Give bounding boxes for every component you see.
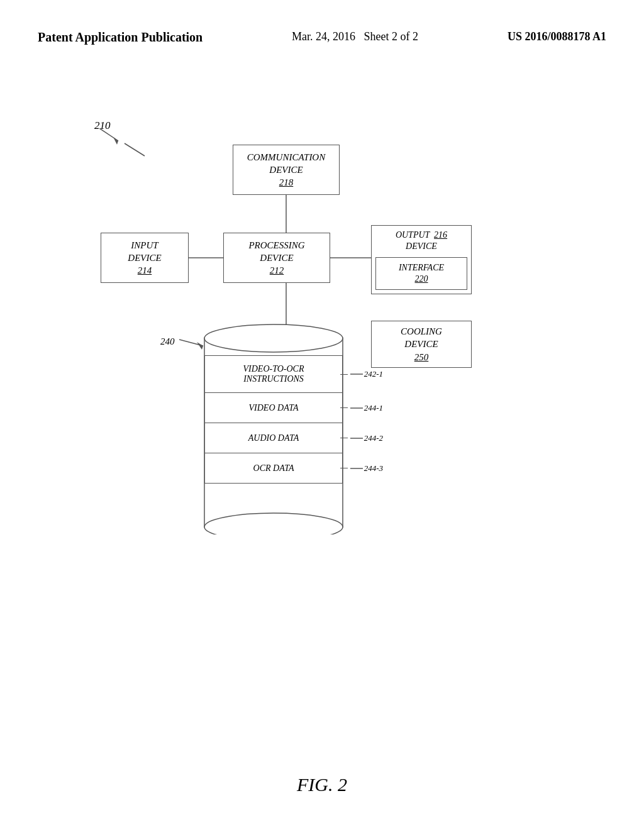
header-left: Patent Application Publication — [38, 30, 203, 45]
page-header: Patent Application Publication Mar. 24, … — [0, 0, 644, 45]
box-cooling-device: COOLING DEVICE 250 — [371, 321, 472, 368]
cylinder-240: 240 VIDEO-TO-OCR INSTRUCTIONS 242- — [201, 321, 346, 534]
box-comm-device: COMMUNICATION DEVICE 218 — [233, 145, 340, 195]
data-row-4: OCR DATA 244-3 — [204, 453, 343, 484]
box-proc-device: PROCESSING DEVICE 212 — [223, 233, 330, 283]
svg-marker-7 — [113, 137, 118, 145]
data-rows: VIDEO-TO-OCR INSTRUCTIONS 242-1 VIDEO DA… — [204, 355, 343, 484]
header-center: Mar. 24, 2016 Sheet 2 of 2 — [292, 30, 418, 43]
data-row-1: VIDEO-TO-OCR INSTRUCTIONS 242-1 — [204, 355, 343, 393]
box-output-outer: OUTPUT 216 DEVICE INTERFACE 220 — [371, 225, 472, 294]
header-right: US 2016/0088178 A1 — [508, 30, 606, 43]
data-row-2: VIDEO DATA 244-1 — [204, 393, 343, 423]
output-device-label: OUTPUT 216 DEVICE — [372, 230, 471, 252]
box-interface: INTERFACE 220 — [375, 257, 467, 290]
diagram-area: 210 COMMUNICATION DEVICE 218 INPUT DEVIC… — [38, 88, 606, 729]
data-row-3: AUDIO DATA 244-2 — [204, 423, 343, 453]
label-210: 210 — [94, 119, 111, 132]
fig-label: FIG. 2 — [0, 774, 644, 795]
box-input-device: INPUT DEVICE 214 — [101, 233, 189, 283]
svg-point-11 — [204, 324, 343, 352]
